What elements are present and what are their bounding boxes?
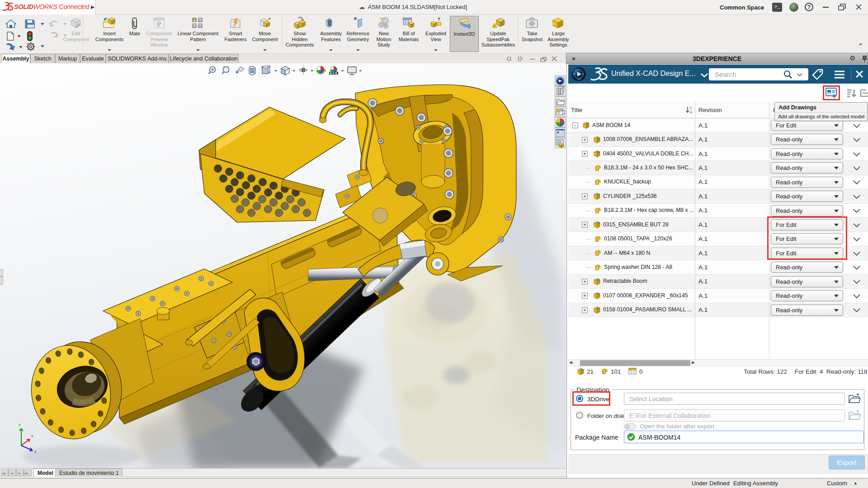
svg-text:▸: ▸	[19, 471, 20, 475]
svg-text:!: !	[494, 24, 495, 28]
svg-text:▸|: ▸|	[25, 471, 28, 475]
svg-text:x: x	[31, 434, 33, 438]
svg-text:◂: ◂	[11, 471, 13, 475]
svg-text:3D: 3D	[573, 73, 576, 75]
svg-text:A: A	[690, 110, 693, 114]
svg-text:Y: Y	[18, 423, 21, 427]
svg-text:2: 2	[690, 106, 692, 110]
svg-text:|◂: |◂	[2, 471, 5, 475]
svg-text:V.R: V.R	[577, 78, 581, 80]
svg-text:F: F	[582, 73, 584, 75]
svg-text:z: z	[34, 450, 37, 454]
